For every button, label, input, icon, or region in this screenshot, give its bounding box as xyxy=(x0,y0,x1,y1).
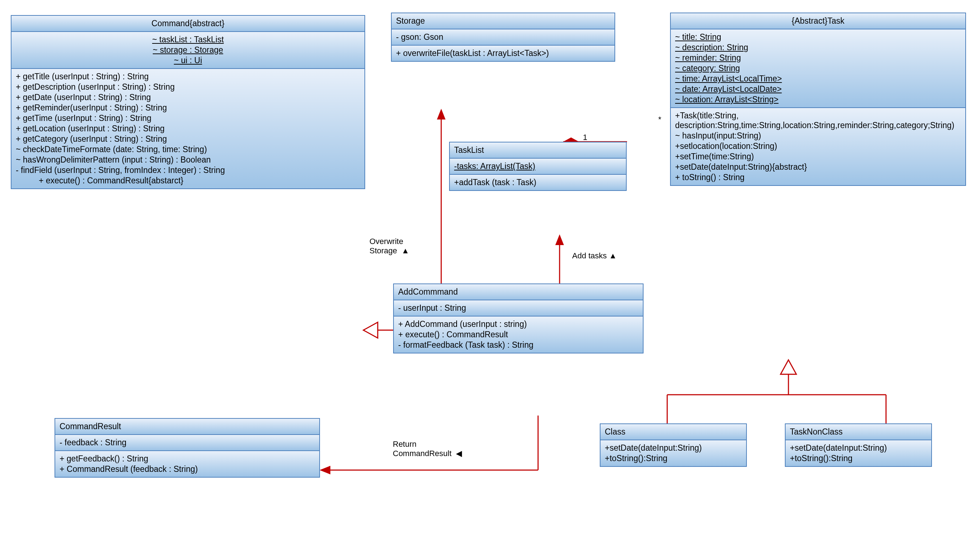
label-multiplicity-one: 1 xyxy=(583,133,587,142)
commandresult-title: CommandResult xyxy=(55,419,319,435)
class-operations: +setDate(dateInput:String) +toString():S… xyxy=(600,440,746,466)
class-title: Class xyxy=(600,424,746,440)
tasknonclass-operations: +setDate(dateInput:String) +toString():S… xyxy=(786,440,931,466)
class-tasklist: TaskList -tasks: ArrayList(Task) +addTas… xyxy=(449,142,627,191)
storage-attributes: - gson: Gson xyxy=(392,29,614,46)
storage-operations: + overwriteFile(taskList : ArrayList<Tas… xyxy=(392,46,614,61)
tasklist-title: TaskList xyxy=(450,142,626,159)
label-return-commandresult: Return CommandResult ◀ xyxy=(393,440,462,458)
addcommand-title: AddCommmand xyxy=(394,284,643,300)
addcommand-operations: + AddCommand (userInput : string) + exec… xyxy=(394,316,643,353)
svg-marker-3 xyxy=(437,109,445,120)
label-multiplicity-star: * xyxy=(658,115,662,124)
command-operations: + getTitle (userInput : String) : String… xyxy=(11,69,364,188)
tasknonclass-title: TaskNonClass xyxy=(786,424,931,440)
label-add-tasks: Add tasks ▲ xyxy=(572,251,617,260)
commandresult-operations: + getFeedback() : String + CommandResult… xyxy=(55,451,319,477)
task-operations: +Task(title:String, description:String,t… xyxy=(671,108,965,185)
class-command: Command{abstract} ~ taskList : TaskList … xyxy=(11,15,365,189)
svg-marker-12 xyxy=(781,360,796,374)
class-class: Class +setDate(dateInput:String) +toStri… xyxy=(600,423,747,467)
label-overwrite-storage: Overwrite Storage ▲ xyxy=(369,237,409,255)
commandresult-attributes: - feedback : String xyxy=(55,435,319,451)
storage-title: Storage xyxy=(392,13,614,29)
command-title: Command{abstract} xyxy=(11,16,364,32)
tasklist-attributes: -tasks: ArrayList(Task) xyxy=(450,159,626,175)
command-attributes: ~ taskList : TaskList ~ storage : Storag… xyxy=(11,32,364,69)
tasklist-operations: +addTask (task : Task) xyxy=(450,175,626,190)
addcommand-attributes: - userInput : String xyxy=(394,300,643,316)
class-tasknonclass: TaskNonClass +setDate(dateInput:String) … xyxy=(785,423,932,467)
class-addcommand: AddCommmand - userInput : String + AddCo… xyxy=(393,284,644,353)
task-attributes: ~ title: String ~ description: String ~ … xyxy=(671,29,965,108)
class-storage: Storage - gson: Gson + overwriteFile(tas… xyxy=(391,13,615,62)
class-task: {Abstract}Task ~ title: String ~ descrip… xyxy=(670,13,966,186)
task-title: {Abstract}Task xyxy=(671,13,965,29)
svg-marker-1 xyxy=(363,322,378,338)
class-commandresult: CommandResult - feedback : String + getF… xyxy=(54,418,320,478)
svg-marker-8 xyxy=(320,466,330,474)
svg-marker-5 xyxy=(555,235,564,245)
